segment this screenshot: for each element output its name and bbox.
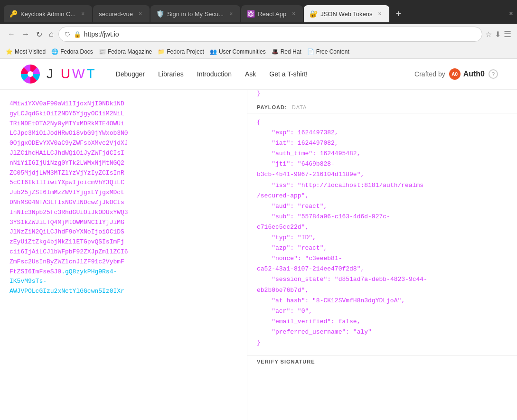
most-visited-icon: ⭐ [6,48,13,55]
svg-point-0 [28,71,33,77]
home-button[interactable]: ⌂ [47,28,56,40]
auth0-logo: A0 Auth0 [449,68,485,80]
secured-vue-tab-close[interactable]: × [137,9,144,18]
user-communities-icon: 👥 [210,48,217,55]
fedora-docs-label: Fedora Docs [60,48,93,55]
bookmark-fedora-project[interactable]: 📁 Fedora Project [158,48,204,55]
payload-json-block: { "exp": 1624497382, "iat": 1624497082, … [247,113,517,355]
left-panel: 4MiwiYXV0aF90aW1lIjoxNjI0NDk1NDgyLCJqdGk… [0,90,247,420]
tab-keycloak[interactable]: 🔑 Keycloak Admin C... × [4,5,92,22]
jwt-tab-label: JSON Web Tokens [320,10,372,18]
sign-in-tab-icon: 🛡️ [156,10,164,18]
jwt-tab-icon: 🔐 [310,10,318,18]
keycloak-tab-icon: 🔑 [9,10,18,18]
bookmark-most-visited[interactable]: ⭐ Most Visited [6,48,46,55]
tab-sign-in[interactable]: 🛡️ Sign in to My Secu... × [150,5,240,22]
free-content-label: Free Content [316,48,349,55]
tab-secured-vue[interactable]: secured-vue × [93,5,150,22]
nav-bar: ← → ↻ ⌂ 🛡 🔒 https://jwt.io ☆ ⬇ ☰ [0,24,517,45]
verify-signature-text: VERIFY SIGNATURE [257,359,315,364]
jwt-nav: Debugger Libraries Introduction Ask Get … [116,70,415,78]
bookmark-fedora-docs[interactable]: 🌐 Fedora Docs [51,48,93,55]
pocket-button[interactable]: ⬇ [495,30,501,39]
fedora-docs-icon: 🌐 [51,48,58,55]
token-encoded-text: 4MiwiYXV0aF90aW1lIjoxNjI0NDk1NDgyLCJqdGk… [0,94,247,311]
bookmark-user-communities[interactable]: 👥 User Communities [210,48,266,55]
back-button[interactable]: ← [6,28,17,40]
crafted-by-section: Crafted by A0 Auth0 ? [414,68,498,80]
address-bar[interactable]: 🛡 🔒 https://jwt.io [58,27,482,42]
secured-vue-tab-label: secured-vue [99,10,133,18]
reload-button[interactable]: ↻ [34,28,44,41]
header-closing-brace: } [247,90,517,102]
forward-button[interactable]: → [20,28,31,40]
react-app-tab-icon: ⚛️ [247,10,255,18]
browser-chrome: 🔑 Keycloak Admin C... × secured-vue × 🛡️… [0,0,517,59]
tab-react-app[interactable]: ⚛️ React App × [241,5,303,22]
nav-tshirt[interactable]: Get a T-shirt! [269,70,308,78]
new-tab-button[interactable]: + [392,7,405,21]
bookmark-free-content[interactable]: 📄 Free Content [307,48,349,55]
payload-type-text: DATA [292,104,307,110]
bookmarks-bar: ⭐ Most Visited 🌐 Fedora Docs 📰 Fedora Ma… [0,45,517,59]
nav-introduction[interactable]: Introduction [197,70,232,78]
tab-bar: 🔑 Keycloak Admin C... × secured-vue × 🛡️… [0,0,517,24]
red-hat-label: Red Hat [281,48,301,55]
payload-label: PAYLOAD: DATA [257,104,508,110]
main-content: 4MiwiYXV0aF90aW1lIjoxNjI0NDk1NDgyLCJqdGk… [0,90,517,420]
bookmark-star-button[interactable]: ☆ [485,30,492,39]
nav-libraries[interactable]: Libraries [158,70,184,78]
keycloak-tab-close[interactable]: × [79,9,86,18]
react-app-tab-close[interactable]: × [290,9,297,18]
red-hat-icon: 🎩 [272,48,279,55]
jwt-header: J UWT Debugger Libraries Introduction As… [0,59,517,90]
keycloak-tab-label: Keycloak Admin C... [20,10,75,18]
free-content-icon: 📄 [307,48,314,55]
payload-section-header: PAYLOAD: DATA [247,102,517,113]
fedora-magazine-label: Fedora Magazine [108,48,152,55]
auth0-icon: A0 [449,68,461,80]
fedora-magazine-icon: 📰 [99,48,106,55]
jwt-logo-icon [19,63,42,85]
tab-jwt[interactable]: 🔐 JSON Web Tokens × [304,5,389,22]
right-panel: } PAYLOAD: DATA { "exp": 1624497382, "ia… [247,90,517,420]
browser-close-button[interactable]: × [509,9,513,18]
bookmark-fedora-magazine[interactable]: 📰 Fedora Magazine [99,48,152,55]
verify-signature-section: VERIFY SIGNATURE [247,355,517,367]
auth0-text: Auth0 [463,70,485,78]
sign-in-tab-label: Sign in to My Secu... [167,10,224,18]
fedora-project-label: Fedora Project [167,48,204,55]
jwt-logo-text: J UWT [47,66,97,82]
sign-in-tab-close[interactable]: × [227,9,235,18]
jwt-logo: J UWT [19,63,97,85]
user-communities-label: User Communities [219,48,266,55]
nav-ask[interactable]: Ask [245,70,256,78]
react-app-tab-label: React App [258,10,286,18]
url-text: https://jwt.io [84,30,476,38]
fedora-project-icon: 📁 [158,48,165,55]
lock-icon: 🔒 [74,31,81,38]
help-icon[interactable]: ? [489,69,498,79]
jwt-tab-close[interactable]: × [376,9,384,18]
payload-label-text: PAYLOAD: [257,104,287,110]
shield-icon: 🛡 [65,31,71,38]
bookmark-red-hat[interactable]: 🎩 Red Hat [272,48,301,55]
crafted-by-text: Crafted by [414,70,445,78]
page-content: J UWT Debugger Libraries Introduction As… [0,59,517,420]
nav-debugger[interactable]: Debugger [116,70,145,78]
browser-menu-button[interactable]: ☰ [504,29,511,39]
verify-signature-label: VERIFY SIGNATURE [257,359,508,364]
most-visited-label: Most Visited [15,48,46,55]
